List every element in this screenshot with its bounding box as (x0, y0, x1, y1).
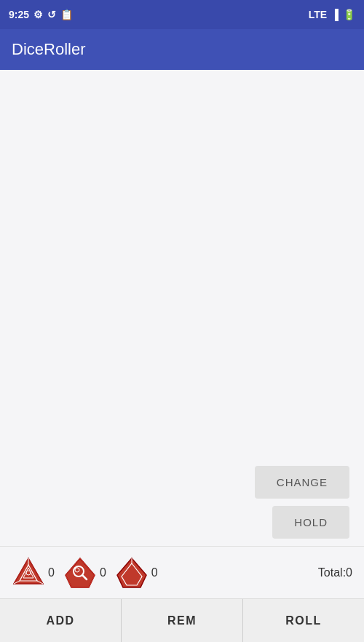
main-content: CHANGE HOLD (0, 70, 364, 546)
status-left: 9:25 ⚙ ↺ 📋 (9, 9, 73, 20)
dice-item-3[interactable]: 0 (115, 556, 164, 590)
total-value: 0 (346, 566, 352, 579)
dice-count-3: 0 (151, 566, 158, 579)
roll-button[interactable]: ROLL (243, 599, 364, 642)
status-bar: 9:25 ⚙ ↺ 📋 LTE ▐ 🔋 (0, 0, 364, 29)
battery-icon: 🔋 (343, 9, 355, 20)
dice-icon-3 (115, 556, 149, 590)
dice-item-2[interactable]: 0 (63, 556, 112, 590)
svg-marker-8 (66, 558, 95, 587)
signal-icon: ▐ (331, 9, 339, 20)
dice-count-2: 0 (100, 566, 106, 579)
action-buttons-container: CHANGE HOLD (0, 459, 364, 546)
total-label-text: Total: (318, 566, 346, 579)
app-title: DiceRoller (12, 40, 85, 59)
status-time: 9:25 (9, 9, 29, 20)
dice-icon-1 (12, 556, 45, 590)
hold-button[interactable]: HOLD (272, 506, 349, 539)
dice-item-1[interactable]: 0 (12, 556, 60, 590)
status-right: LTE ▐ 🔋 (309, 9, 355, 20)
dice-count-1: 0 (48, 566, 55, 579)
refresh-icon: ↺ (47, 9, 56, 20)
add-button[interactable]: ADD (0, 599, 122, 642)
scroll-area (0, 70, 364, 459)
rem-button[interactable]: REM (122, 599, 243, 642)
app-bar: DiceRoller (0, 29, 364, 70)
dice-icon-2 (63, 556, 97, 590)
lte-label: LTE (309, 9, 327, 20)
change-button[interactable]: CHANGE (255, 466, 349, 499)
dice-tray: 0 0 0 Total:0 (0, 546, 364, 598)
clipboard-icon: 📋 (60, 9, 73, 20)
bottom-bar: ADD REM ROLL (0, 598, 364, 642)
settings-icon: ⚙ (33, 9, 43, 20)
total-display: Total:0 (318, 566, 352, 579)
